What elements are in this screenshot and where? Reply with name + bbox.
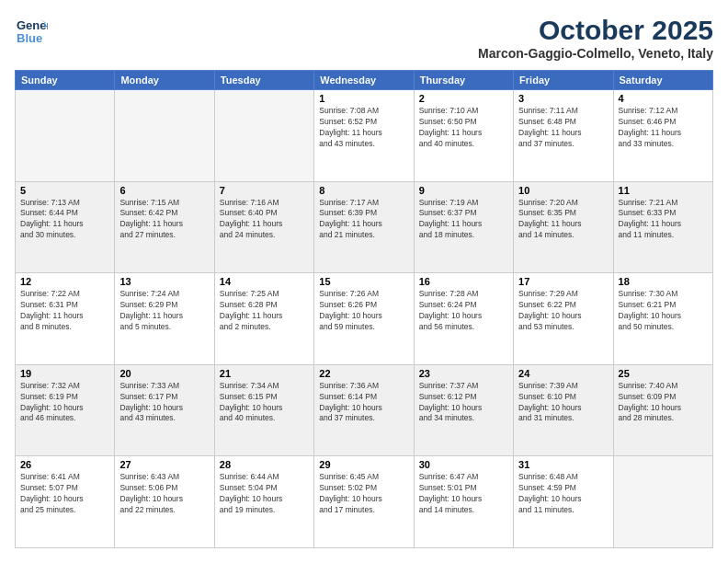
day-info: Sunrise: 7:21 AMSunset: 6:33 PMDaylight:… xyxy=(619,198,708,242)
day-number: 16 xyxy=(419,276,508,287)
calendar-cell: 19Sunrise: 7:32 AMSunset: 6:19 PMDayligh… xyxy=(16,364,115,456)
calendar-cell: 29Sunrise: 6:45 AMSunset: 5:02 PMDayligh… xyxy=(314,456,414,548)
day-number: 27 xyxy=(119,459,209,470)
calendar-cell: 26Sunrise: 6:41 AMSunset: 5:07 PMDayligh… xyxy=(16,456,115,548)
day-info: Sunrise: 7:22 AMSunset: 6:31 PMDaylight:… xyxy=(20,289,109,333)
day-info: Sunrise: 6:41 AMSunset: 5:07 PMDaylight:… xyxy=(20,472,109,516)
day-info: Sunrise: 7:37 AMSunset: 6:12 PMDaylight:… xyxy=(419,381,508,425)
calendar-cell: 27Sunrise: 6:43 AMSunset: 5:06 PMDayligh… xyxy=(115,456,214,548)
calendar-cell: 21Sunrise: 7:34 AMSunset: 6:15 PMDayligh… xyxy=(214,364,313,456)
calendar-cell: 6Sunrise: 7:15 AMSunset: 6:42 PMDaylight… xyxy=(115,181,214,273)
day-number: 18 xyxy=(619,276,708,287)
day-number: 4 xyxy=(619,93,708,104)
day-number: 30 xyxy=(419,459,508,470)
calendar-cell: 10Sunrise: 7:20 AMSunset: 6:35 PMDayligh… xyxy=(514,181,613,273)
day-number: 11 xyxy=(619,185,708,196)
header-saturday: Saturday xyxy=(613,71,712,90)
day-info: Sunrise: 7:20 AMSunset: 6:35 PMDaylight:… xyxy=(518,198,608,242)
calendar-cell: 25Sunrise: 7:40 AMSunset: 6:09 PMDayligh… xyxy=(613,364,712,456)
day-info: Sunrise: 7:08 AMSunset: 6:52 PMDaylight:… xyxy=(319,106,408,150)
day-number: 25 xyxy=(619,368,708,379)
calendar-cell: 17Sunrise: 7:29 AMSunset: 6:22 PMDayligh… xyxy=(514,273,613,365)
calendar-cell: 14Sunrise: 7:25 AMSunset: 6:28 PMDayligh… xyxy=(214,273,313,365)
day-info: Sunrise: 7:13 AMSunset: 6:44 PMDaylight:… xyxy=(20,198,109,242)
day-number: 13 xyxy=(119,276,209,287)
day-info: Sunrise: 7:28 AMSunset: 6:24 PMDaylight:… xyxy=(419,289,508,333)
calendar-table: Sunday Monday Tuesday Wednesday Thursday… xyxy=(15,70,713,548)
day-info: Sunrise: 7:32 AMSunset: 6:19 PMDaylight:… xyxy=(20,381,109,425)
calendar-cell: 28Sunrise: 6:44 AMSunset: 5:04 PMDayligh… xyxy=(214,456,313,548)
day-info: Sunrise: 7:25 AMSunset: 6:28 PMDaylight:… xyxy=(220,289,309,333)
calendar-cell xyxy=(115,90,214,182)
day-number: 9 xyxy=(419,185,508,196)
day-info: Sunrise: 7:36 AMSunset: 6:14 PMDaylight:… xyxy=(319,381,408,425)
location-title: Marcon-Gaggio-Colmello, Veneto, Italy xyxy=(478,46,713,61)
day-number: 29 xyxy=(319,459,408,470)
day-number: 5 xyxy=(20,185,109,196)
calendar-cell xyxy=(214,90,313,182)
day-number: 19 xyxy=(20,368,109,379)
day-number: 14 xyxy=(220,276,309,287)
day-info: Sunrise: 7:17 AMSunset: 6:39 PMDaylight:… xyxy=(319,198,408,242)
day-info: Sunrise: 7:33 AMSunset: 6:17 PMDaylight:… xyxy=(119,381,209,425)
calendar-cell: 23Sunrise: 7:37 AMSunset: 6:12 PMDayligh… xyxy=(414,364,513,456)
calendar-cell: 5Sunrise: 7:13 AMSunset: 6:44 PMDaylight… xyxy=(16,181,115,273)
svg-text:Blue: Blue xyxy=(17,31,42,45)
day-number: 7 xyxy=(220,185,309,196)
calendar-cell: 15Sunrise: 7:26 AMSunset: 6:26 PMDayligh… xyxy=(314,273,414,365)
day-info: Sunrise: 7:34 AMSunset: 6:15 PMDaylight:… xyxy=(220,381,309,425)
day-info: Sunrise: 7:24 AMSunset: 6:29 PMDaylight:… xyxy=(119,289,209,333)
day-info: Sunrise: 7:39 AMSunset: 6:10 PMDaylight:… xyxy=(518,381,608,425)
day-info: Sunrise: 6:48 AMSunset: 4:59 PMDaylight:… xyxy=(518,472,608,516)
calendar-cell: 22Sunrise: 7:36 AMSunset: 6:14 PMDayligh… xyxy=(314,364,414,456)
weekday-header-row: Sunday Monday Tuesday Wednesday Thursday… xyxy=(16,71,713,90)
calendar-cell: 20Sunrise: 7:33 AMSunset: 6:17 PMDayligh… xyxy=(115,364,214,456)
day-info: Sunrise: 7:15 AMSunset: 6:42 PMDaylight:… xyxy=(119,198,209,242)
day-number: 12 xyxy=(20,276,109,287)
day-number: 23 xyxy=(419,368,508,379)
day-number: 15 xyxy=(319,276,408,287)
day-info: Sunrise: 7:26 AMSunset: 6:26 PMDaylight:… xyxy=(319,289,408,333)
day-info: Sunrise: 6:44 AMSunset: 5:04 PMDaylight:… xyxy=(220,472,309,516)
day-number: 22 xyxy=(319,368,408,379)
day-info: Sunrise: 6:47 AMSunset: 5:01 PMDaylight:… xyxy=(419,472,508,516)
header-tuesday: Tuesday xyxy=(214,71,313,90)
day-number: 26 xyxy=(20,459,109,470)
title-block: October 2025 Marcon-Gaggio-Colmello, Ven… xyxy=(478,15,713,61)
day-info: Sunrise: 6:43 AMSunset: 5:06 PMDaylight:… xyxy=(119,472,209,516)
day-number: 24 xyxy=(518,368,608,379)
day-number: 20 xyxy=(119,368,209,379)
day-number: 2 xyxy=(419,93,508,104)
calendar-cell: 7Sunrise: 7:16 AMSunset: 6:40 PMDaylight… xyxy=(214,181,313,273)
header-sunday: Sunday xyxy=(16,71,115,90)
calendar-cell: 13Sunrise: 7:24 AMSunset: 6:29 PMDayligh… xyxy=(115,273,214,365)
calendar-cell: 24Sunrise: 7:39 AMSunset: 6:10 PMDayligh… xyxy=(514,364,613,456)
header-friday: Friday xyxy=(514,71,613,90)
calendar-cell: 16Sunrise: 7:28 AMSunset: 6:24 PMDayligh… xyxy=(414,273,513,365)
calendar-cell: 30Sunrise: 6:47 AMSunset: 5:01 PMDayligh… xyxy=(414,456,513,548)
day-number: 17 xyxy=(518,276,608,287)
header-monday: Monday xyxy=(115,71,214,90)
calendar-week-row: 5Sunrise: 7:13 AMSunset: 6:44 PMDaylight… xyxy=(16,181,713,273)
calendar-cell: 4Sunrise: 7:12 AMSunset: 6:46 PMDaylight… xyxy=(613,90,712,182)
logo: General Blue xyxy=(15,15,48,52)
calendar-cell: 2Sunrise: 7:10 AMSunset: 6:50 PMDaylight… xyxy=(414,90,513,182)
day-info: Sunrise: 7:30 AMSunset: 6:21 PMDaylight:… xyxy=(619,289,708,333)
header-wednesday: Wednesday xyxy=(314,71,414,90)
day-info: Sunrise: 7:12 AMSunset: 6:46 PMDaylight:… xyxy=(619,106,708,150)
day-number: 6 xyxy=(119,185,209,196)
page-header: General Blue October 2025 Marcon-Gaggio-… xyxy=(15,15,713,61)
day-number: 21 xyxy=(220,368,309,379)
day-number: 31 xyxy=(518,459,608,470)
calendar-cell: 11Sunrise: 7:21 AMSunset: 6:33 PMDayligh… xyxy=(613,181,712,273)
day-info: Sunrise: 7:16 AMSunset: 6:40 PMDaylight:… xyxy=(220,198,309,242)
calendar-cell: 3Sunrise: 7:11 AMSunset: 6:48 PMDaylight… xyxy=(514,90,613,182)
day-info: Sunrise: 7:10 AMSunset: 6:50 PMDaylight:… xyxy=(419,106,508,150)
calendar-week-row: 19Sunrise: 7:32 AMSunset: 6:19 PMDayligh… xyxy=(16,364,713,456)
calendar-week-row: 12Sunrise: 7:22 AMSunset: 6:31 PMDayligh… xyxy=(16,273,713,365)
day-info: Sunrise: 6:45 AMSunset: 5:02 PMDaylight:… xyxy=(319,472,408,516)
header-thursday: Thursday xyxy=(414,71,513,90)
calendar-cell xyxy=(16,90,115,182)
day-info: Sunrise: 7:29 AMSunset: 6:22 PMDaylight:… xyxy=(518,289,608,333)
day-number: 1 xyxy=(319,93,408,104)
